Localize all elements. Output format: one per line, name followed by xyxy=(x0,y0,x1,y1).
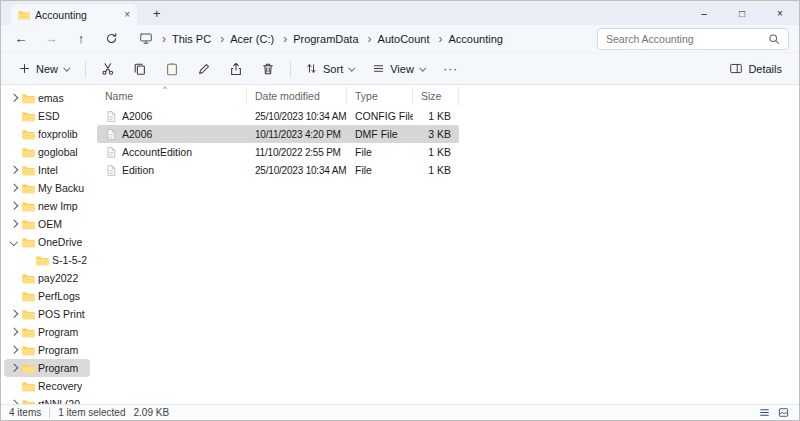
file-row[interactable]: Edition 25/10/2023 10:34 AM File 1 KB xyxy=(97,161,459,179)
sidebar-item-label: Program xyxy=(38,362,78,374)
sidebar-item-label: ESD xyxy=(38,110,60,122)
chevron-right-icon[interactable] xyxy=(10,400,18,404)
folder-icon xyxy=(22,273,35,284)
minimize-button[interactable]: – xyxy=(685,1,723,25)
refresh-button[interactable] xyxy=(99,28,123,50)
sidebar-item-label: Program xyxy=(38,326,78,338)
sidebar-item[interactable]: My Backu xyxy=(4,179,90,197)
chevron-right-icon[interactable] xyxy=(10,184,18,192)
breadcrumb-item[interactable]: Accounting xyxy=(447,33,505,45)
chevron-right-icon[interactable] xyxy=(10,166,18,174)
sidebar-item[interactable]: goglobal xyxy=(4,143,90,161)
selection-size: 2.09 KB xyxy=(134,407,170,418)
folder-icon xyxy=(22,111,35,122)
column-header-size[interactable]: Size xyxy=(413,87,459,105)
file-date: 25/10/2023 10:34 AM xyxy=(247,165,347,176)
chevron-right-icon[interactable] xyxy=(10,202,18,210)
file-size: 3 KB xyxy=(413,128,459,140)
column-header-date[interactable]: Date modified xyxy=(247,87,347,105)
chevron-right-icon[interactable] xyxy=(10,328,18,336)
view-button-label: View xyxy=(390,63,414,75)
refresh-icon xyxy=(105,32,118,45)
new-button[interactable]: New xyxy=(11,56,78,82)
chevron-down-icon xyxy=(419,64,426,71)
chevron-slot xyxy=(9,346,19,354)
details-pane-button[interactable]: Details xyxy=(722,56,789,82)
share-icon xyxy=(229,62,243,76)
file-name: A2006 xyxy=(122,128,152,140)
sidebar-item[interactable]: emas xyxy=(4,89,90,107)
view-button[interactable]: View xyxy=(365,56,434,82)
folder-tree: emas ESD xyxy=(1,85,93,404)
copy-icon xyxy=(133,62,147,76)
chevron-slot xyxy=(9,310,19,318)
paste-button[interactable] xyxy=(157,56,187,82)
chevron-right-icon[interactable] xyxy=(10,94,18,102)
sidebar-item[interactable]: Program xyxy=(4,341,90,359)
breadcrumb: This PC Acer (C:) ProgramData AutoCount … xyxy=(129,27,591,51)
sidebar-item[interactable]: OneDrive xyxy=(4,233,90,251)
toolbar-separator xyxy=(85,61,86,77)
file-name-cell: A2006 xyxy=(97,128,247,141)
sidebar-item-label: S-1-5-2 xyxy=(52,254,87,266)
file-row[interactable]: AccountEdition 11/10/2022 2:55 PM File 1… xyxy=(97,143,459,161)
delete-button[interactable] xyxy=(253,56,283,82)
chevron-down-icon[interactable] xyxy=(10,238,18,246)
breadcrumb-item[interactable]: Acer (C:) xyxy=(228,32,291,46)
sidebar-item[interactable]: S-1-5-2 xyxy=(4,251,90,269)
sidebar-item[interactable]: pay2022 xyxy=(4,269,90,287)
sidebar-item[interactable]: foxprolib xyxy=(4,125,90,143)
column-header-name[interactable]: Name xyxy=(97,87,247,105)
sidebar-item[interactable]: Recovery xyxy=(4,377,90,395)
sidebar-item[interactable]: PerfLogs xyxy=(4,287,90,305)
toolbar-separator xyxy=(290,61,291,77)
more-options-button[interactable]: ··· xyxy=(436,56,466,82)
breadcrumb-item[interactable]: AutoCount xyxy=(376,32,447,46)
new-tab-button[interactable]: + xyxy=(147,6,167,21)
chevron-down-icon xyxy=(349,64,356,71)
sidebar-item[interactable]: ESD xyxy=(4,107,90,125)
chevron-right-icon[interactable] xyxy=(10,346,18,354)
sidebar-item[interactable]: new Imp xyxy=(4,197,90,215)
forward-button[interactable]: → xyxy=(39,28,63,50)
sidebar-item-label: Program xyxy=(38,344,78,356)
sidebar-item[interactable]: Intel xyxy=(4,161,90,179)
sort-icon xyxy=(305,62,318,75)
share-button[interactable] xyxy=(221,56,251,82)
status-bar: 4 items 1 item selected 2.09 KB xyxy=(1,404,799,420)
up-button[interactable]: ↑ xyxy=(69,28,93,50)
details-view-toggle[interactable] xyxy=(756,406,772,420)
chevron-right-icon[interactable] xyxy=(10,220,18,228)
close-button[interactable]: × xyxy=(761,1,799,25)
breadcrumb-item[interactable]: ProgramData xyxy=(291,32,375,46)
sort-button[interactable]: Sort xyxy=(298,56,363,82)
copy-button[interactable] xyxy=(125,56,155,82)
chevron-right-icon[interactable] xyxy=(10,364,18,372)
explorer-tab[interactable]: Accounting × xyxy=(11,4,137,25)
breadcrumb-item[interactable]: This PC xyxy=(170,32,228,46)
tab-close-icon[interactable]: × xyxy=(124,10,130,20)
rename-button[interactable] xyxy=(189,56,219,82)
file-size: 1 KB xyxy=(413,110,459,122)
sidebar-item[interactable]: Program xyxy=(4,323,90,341)
maximize-button[interactable]: □ xyxy=(723,1,761,25)
sidebar-item[interactable]: rtNNl (20 xyxy=(4,395,90,404)
folder-icon xyxy=(22,183,35,194)
sidebar-item[interactable]: POS Print xyxy=(4,305,90,323)
chevron-right-icon[interactable] xyxy=(10,310,18,318)
folder-icon xyxy=(22,219,35,230)
back-button[interactable]: ← xyxy=(9,28,33,50)
search-input[interactable] xyxy=(606,33,762,45)
file-row[interactable]: A2006 25/10/2023 10:34 AM CONFIG File 1 … xyxy=(97,107,459,125)
sidebar-item[interactable]: OEM xyxy=(4,215,90,233)
folder-icon xyxy=(36,255,49,266)
content-area: emas ESD xyxy=(1,85,799,404)
sidebar-item[interactable]: Program xyxy=(4,359,90,377)
file-row[interactable]: A2006 10/11/2023 4:20 PM DMF File 3 KB xyxy=(97,125,459,143)
file-icon xyxy=(105,128,117,141)
folder-icon xyxy=(22,237,35,248)
thumbnail-view-toggle[interactable] xyxy=(775,406,791,420)
column-header-type[interactable]: Type xyxy=(347,87,413,105)
rename-icon xyxy=(197,62,211,76)
cut-button[interactable] xyxy=(93,56,123,82)
